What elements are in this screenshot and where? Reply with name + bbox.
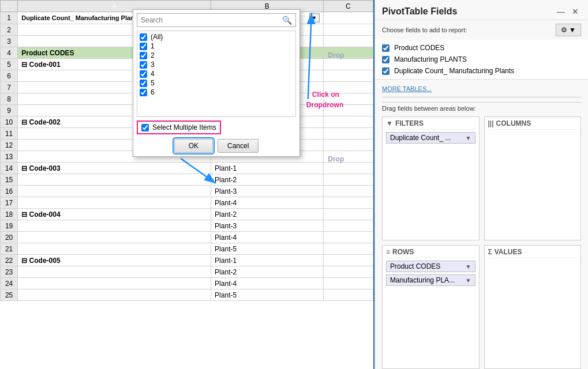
rows-icon: ≡ (386, 248, 390, 256)
filter-list[interactable]: (All) 1 2 3 4 5 (137, 31, 296, 117)
row-num: 18 (1, 209, 18, 220)
filter-checkbox-4[interactable] (140, 70, 147, 78)
filter-checkbox-6[interactable] (140, 89, 147, 96)
pivot-field-checkbox-product-codes[interactable] (382, 44, 389, 52)
filter-label-6: 6 (151, 88, 155, 96)
pivot-field-product-codes[interactable]: Product CODES (382, 42, 581, 54)
filters-label: FILTERS (395, 119, 424, 127)
pivot-rows-chip-product[interactable]: Product CODES ▼ (386, 261, 475, 272)
pivot-area-columns: ||| COLUMNS (484, 116, 582, 240)
ok-button[interactable]: OK (174, 139, 213, 153)
pivot-field-duplicate-count[interactable]: Duplicate Count_ Manufacturing Plants (382, 65, 581, 77)
pivot-field-label-product-codes: Product CODES (394, 44, 444, 52)
rows-label: ROWS (392, 248, 414, 256)
filter-item-4[interactable]: 4 (140, 69, 293, 78)
pivot-field-label-duplicate-count: Duplicate Count_ Manufacturing Plants (394, 67, 514, 75)
row-num: 12 (1, 140, 18, 151)
values-label: VALUES (495, 248, 522, 256)
search-input[interactable] (137, 14, 279, 26)
filter-icon: ▼ (386, 119, 393, 127)
row-num: 21 (1, 243, 18, 255)
row-num: 11 (1, 128, 18, 140)
pivot-area-columns-header: ||| COLUMNS (488, 119, 578, 130)
select-multiple-checkbox[interactable] (141, 124, 149, 131)
filter-checkbox-2[interactable] (140, 52, 147, 59)
row-num: 13 (1, 151, 18, 163)
row-num: 19 (1, 220, 18, 232)
pivot-field-label-manufacturing-plants: Manufacturing PLANTS (394, 55, 467, 63)
row-num: 7 (1, 82, 18, 93)
select-multiple-row[interactable]: Select Multiple Items (137, 121, 221, 134)
row-num: 3 (1, 36, 18, 47)
filter-search-box[interactable]: 🔍 (137, 13, 296, 27)
chip-manufacturing-dropdown-icon[interactable]: ▼ (466, 277, 471, 284)
cancel-button[interactable]: Cancel (218, 139, 259, 153)
pivot-choose-label: Choose fields to add to report: (382, 27, 467, 33)
filter-checkbox-5[interactable] (140, 80, 147, 87)
filter-item-6[interactable]: 6 (140, 88, 293, 97)
filter-item-2[interactable]: 2 (140, 51, 293, 60)
table-row: 19Plant-3 (1, 220, 373, 232)
filter-checkbox-all[interactable] (140, 33, 147, 41)
search-icon: 🔍 (279, 14, 295, 27)
row-num: 16 (1, 186, 18, 197)
row-num: 10 (1, 116, 18, 128)
pivot-rows-chip-manufacturing[interactable]: Manufacturing PLA... ▼ (386, 274, 475, 286)
pivot-area-filters-header: ▼ FILTERS (386, 119, 475, 130)
close-icon[interactable]: ✕ (570, 6, 581, 17)
plant-cell: Plant-1 (211, 255, 323, 266)
chip-product-dropdown-icon[interactable]: ▼ (466, 263, 471, 270)
plant-cell: Plant-3 (211, 220, 323, 232)
row-num: 1 (1, 12, 18, 24)
row-num: 24 (1, 278, 18, 289)
filter-label-3: 3 (151, 61, 155, 69)
pivot-area-rows-header: ≡ ROWS (386, 248, 475, 258)
pivot-subheader: Choose fields to add to report: ⚙ ▼ (375, 20, 588, 40)
filter-buttons: OK Cancel (137, 139, 296, 153)
filter-popup: 🔍 (All) 1 2 3 4 (133, 9, 300, 157)
plant-cell: Plant-5 (211, 243, 323, 255)
minimize-icon[interactable]: — (555, 6, 567, 17)
filter-checkbox-1[interactable] (140, 43, 147, 50)
row-num: 23 (1, 266, 18, 278)
pivot-areas-grid: ▼ FILTERS Duplicate Count_ ... ▼ ||| COL… (382, 116, 581, 369)
filter-item-3[interactable]: 3 (140, 60, 293, 69)
chip-dropdown-icon[interactable]: ▼ (466, 135, 471, 141)
rows-chip-manufacturing-label: Manufacturing PLA... (390, 276, 455, 284)
filter-label-5: 5 (151, 79, 155, 87)
columns-label: COLUMNS (496, 119, 531, 127)
row-num: 17 (1, 197, 18, 209)
pivot-area-filters: ▼ FILTERS Duplicate Count_ ... ▼ (382, 116, 480, 240)
col-c-header: C (323, 1, 373, 12)
plant-cell: Plant-2 (211, 266, 323, 278)
dropdown-arrow-icon: ▼ (569, 26, 576, 34)
more-tables-link[interactable]: MORE TABLES... (375, 83, 588, 95)
row-num: 25 (1, 289, 18, 301)
plant-cell: Plant-4 (211, 278, 323, 289)
row-num: 4 (1, 47, 18, 59)
filter-item-all[interactable]: (All) (140, 32, 293, 42)
plant-cell: Plant-5 (211, 289, 323, 301)
plant-cell: Plant-3 (211, 186, 323, 197)
plant-cell: Plant-4 (211, 197, 323, 209)
filter-item-1[interactable]: 1 (140, 42, 293, 51)
pivot-settings-button[interactable]: ⚙ ▼ (556, 24, 581, 36)
pivot-field-checkbox-duplicate-count[interactable] (382, 67, 389, 75)
cell-code-004: ⊟ Code-004 (18, 209, 211, 220)
drag-fields-label: Drag fields between areas below: (382, 102, 581, 116)
spreadsheet-area: A B C 1 Duplicate Count_ Manufacturing P… (0, 0, 374, 369)
gear-icon: ⚙ (561, 26, 567, 34)
pivot-filters-chip[interactable]: Duplicate Count_ ... ▼ (386, 132, 475, 144)
dropdown-button[interactable]: ▼ (309, 13, 320, 22)
table-row: 20Plant-4 (1, 232, 373, 243)
table-row: 18 ⊟ Code-004 Plant-2 (1, 209, 373, 220)
filter-item-5[interactable]: 5 (140, 78, 293, 88)
row-num: 2 (1, 24, 18, 36)
cell-code-003: ⊟ Code-003 (18, 163, 211, 174)
pivot-field-checkbox-manufacturing-plants[interactable] (382, 56, 389, 63)
table-row: 15Plant-2 (1, 174, 373, 186)
filter-checkbox-3[interactable] (140, 61, 147, 69)
columns-icon: ||| (488, 119, 494, 127)
pivot-field-manufacturing-plants[interactable]: Manufacturing PLANTS (382, 54, 581, 65)
table-row: 17Plant-4 (1, 197, 373, 209)
